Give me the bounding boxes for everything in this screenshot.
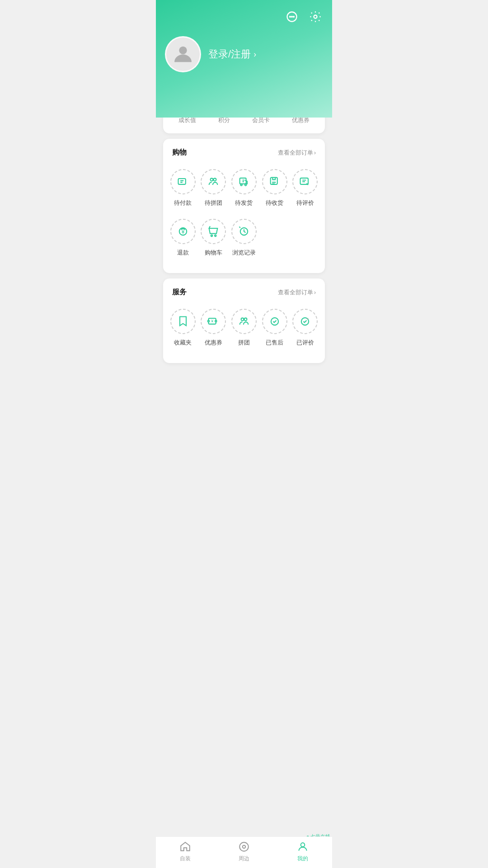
pending-pay-icon [177, 175, 189, 188]
svg-point-5 [179, 47, 187, 54]
cart-label: 购物车 [205, 249, 222, 257]
service-view-all-label: 查看全部订单 [278, 288, 313, 297]
service-view-all[interactable]: 查看全部订单 › [278, 288, 316, 297]
svg-point-25 [244, 318, 247, 321]
svg-point-3 [293, 16, 294, 17]
history-icon-circle [231, 219, 257, 244]
coupon-label: 优惠券 [205, 339, 222, 347]
message-button[interactable] [283, 8, 300, 25]
svg-rect-6 [178, 179, 185, 184]
ship-icon [238, 175, 250, 188]
review-label: 待评价 [296, 199, 314, 207]
bookmark-label: 收藏夹 [174, 339, 192, 347]
hero-icons [283, 8, 324, 25]
review-icon [299, 175, 311, 188]
shopping-item-receive[interactable]: 待收货 [259, 165, 290, 214]
login-link[interactable]: 登录/注册 › [208, 47, 256, 61]
settings-icon [309, 10, 322, 23]
svg-point-1 [290, 16, 291, 17]
refund-icon: ¥ [177, 225, 189, 238]
shopping-card: 购物 查看全部订单 › 待付款 [163, 139, 325, 273]
svg-rect-10 [240, 178, 246, 184]
svg-point-12 [245, 184, 247, 186]
pending-pay-label: 待付款 [174, 199, 192, 207]
shopping-item-refund[interactable]: ¥ 退款 [168, 214, 198, 264]
service-item-bookmark[interactable]: 收藏夹 [168, 304, 198, 354]
avatar-icon [171, 42, 195, 66]
receive-icon [268, 175, 281, 188]
svg-point-9 [214, 178, 216, 181]
service-item-coupon[interactable]: ¥ 优惠券 [198, 304, 229, 354]
team-icon-circle [231, 309, 257, 334]
after-sale-icon-circle [262, 309, 287, 334]
service-header: 服务 查看全部订单 › [168, 288, 320, 304]
service-grid: 收藏夹 ¥ 优惠券 [168, 304, 320, 354]
svg-point-8 [211, 178, 213, 181]
history-label: 浏览记录 [232, 249, 256, 257]
pending-pay-icon-circle [170, 169, 196, 194]
service-item-rated[interactable]: 已评价 [290, 304, 320, 354]
ship-label: 待发货 [235, 199, 253, 207]
service-arrow-icon: › [314, 289, 316, 296]
group-icon-circle [201, 169, 226, 194]
team-icon [238, 315, 250, 328]
svg-text:¥: ¥ [211, 319, 214, 323]
after-sale-icon [268, 315, 281, 328]
bookmark-icon-circle [170, 309, 196, 334]
shopping-grid: 待付款 待拼团 [168, 165, 320, 264]
service-card: 服务 查看全部订单 › 收藏夹 [163, 278, 325, 363]
refund-icon-circle: ¥ [170, 219, 196, 244]
svg-point-4 [314, 15, 317, 19]
bookmark-icon [177, 315, 189, 328]
service-item-team[interactable]: 拼团 [229, 304, 259, 354]
shopping-header: 购物 查看全部订单 › [168, 148, 320, 165]
profile-row[interactable]: 登录/注册 › [165, 36, 323, 72]
message-icon [286, 10, 298, 23]
group-icon [207, 175, 220, 188]
shopping-item-group[interactable]: 待拼团 [198, 165, 229, 214]
service-item-after-sale[interactable]: 已售后 [259, 304, 290, 354]
ship-icon-circle [231, 169, 257, 194]
rated-icon [299, 315, 311, 328]
settings-button[interactable] [307, 8, 324, 25]
svg-point-11 [240, 184, 242, 186]
shopping-item-history[interactable]: 浏览记录 [229, 214, 259, 264]
service-title: 服务 [172, 288, 187, 297]
shopping-item-ship[interactable]: 待发货 [229, 165, 259, 214]
svg-point-24 [241, 318, 244, 321]
receive-icon-circle [262, 169, 287, 194]
receive-label: 待收货 [266, 199, 283, 207]
history-icon [238, 225, 250, 238]
svg-point-22 [215, 321, 217, 322]
refund-label: 退款 [177, 249, 189, 257]
svg-point-18 [215, 235, 216, 237]
svg-point-17 [211, 235, 213, 237]
coupon-icon: ¥ [207, 315, 220, 328]
group-label: 待拼团 [205, 199, 222, 207]
login-label: 登录/注册 [208, 47, 251, 61]
svg-rect-13 [270, 178, 277, 184]
hero-section: 登录/注册 › [156, 0, 332, 118]
svg-point-2 [291, 16, 292, 17]
rated-label: 已评价 [296, 339, 314, 347]
team-label: 拼团 [238, 339, 250, 347]
coupon-icon-circle: ¥ [201, 309, 226, 334]
svg-point-21 [208, 321, 210, 322]
shopping-view-all[interactable]: 查看全部订单 › [278, 149, 316, 157]
after-sale-label: 已售后 [266, 339, 283, 347]
shopping-item-cart[interactable]: 购物车 [198, 214, 229, 264]
review-icon-circle [292, 169, 318, 194]
cards-container: 0 成长值 0 积分 0 会员卡 0 优惠券 购物 查看全部订单 › [156, 90, 332, 405]
shopping-title: 购物 [172, 148, 187, 157]
shopping-item-pending-pay[interactable]: 待付款 [168, 165, 198, 214]
shopping-arrow-icon: › [314, 150, 316, 156]
shopping-item-review[interactable]: 待评价 [290, 165, 320, 214]
rated-icon-circle [292, 309, 318, 334]
login-arrow-icon: › [253, 50, 256, 59]
cart-icon [207, 225, 220, 238]
shopping-view-all-label: 查看全部订单 [278, 149, 313, 157]
avatar [165, 36, 201, 72]
cart-icon-circle [201, 219, 226, 244]
